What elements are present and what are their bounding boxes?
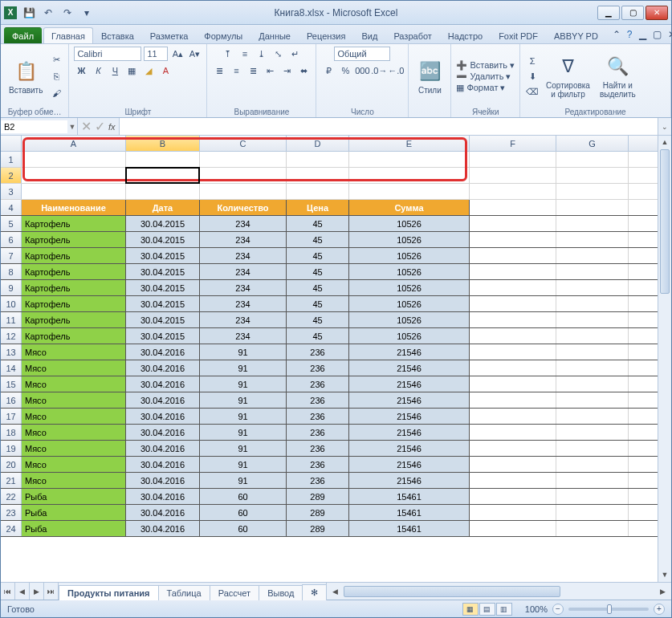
cell-data[interactable]: 234 [200, 232, 287, 247]
view-normal-icon[interactable]: ▦ [462, 603, 479, 616]
cell-data[interactable]: 236 [287, 344, 349, 360]
tab-review[interactable]: Рецензия [299, 27, 354, 43]
formula-expand-icon[interactable]: ⌄ [658, 118, 671, 135]
cell-empty[interactable] [556, 473, 629, 488]
cell-empty[interactable] [556, 312, 629, 327]
cell-name[interactable]: Картофель [22, 264, 126, 279]
cell-data[interactable]: 21546 [349, 473, 470, 488]
sheet-tab-3[interactable]: Вывод [259, 585, 303, 600]
row-header-22[interactable]: 22 [1, 489, 22, 504]
cell-empty[interactable] [470, 232, 556, 247]
percent-icon[interactable]: % [338, 63, 352, 78]
cell-D3[interactable] [287, 184, 349, 199]
cell-data[interactable]: 45 [287, 248, 349, 263]
tab-abbyy[interactable]: ABBYY PD [546, 27, 606, 43]
cell-data[interactable]: 15461 [349, 505, 470, 520]
cell-empty[interactable] [470, 505, 556, 520]
cell-name[interactable]: Мясо [22, 457, 126, 472]
header-cell-4[interactable]: Сумма [349, 200, 470, 215]
cell-empty[interactable] [556, 409, 629, 424]
sheet-first-icon[interactable]: ⏮ [1, 583, 15, 600]
sheet-next-icon[interactable]: ▶ [30, 583, 44, 600]
cells-insert-button[interactable]: ➕Вставить▾ [456, 60, 515, 71]
view-pagebreak-icon[interactable]: ▥ [496, 603, 512, 616]
cell-data[interactable]: 236 [287, 360, 349, 376]
cell-data[interactable]: 60 [200, 505, 287, 520]
cell-data[interactable]: 236 [287, 457, 349, 472]
cell-E2[interactable] [349, 168, 470, 183]
row-header-23[interactable]: 23 [1, 505, 22, 520]
cell-data[interactable]: 30.04.2016 [126, 473, 200, 488]
formula-input[interactable] [120, 118, 658, 135]
fill-color-icon[interactable]: ◢ [141, 63, 156, 78]
col-header-b[interactable]: B [126, 136, 200, 151]
cell-B1[interactable] [126, 152, 200, 167]
cell-data[interactable]: 30.04.2016 [126, 505, 200, 520]
cell-data[interactable]: 91 [200, 360, 287, 376]
row-header-4[interactable]: 4 [1, 200, 22, 215]
cell-data[interactable]: 30.04.2015 [126, 312, 200, 327]
cell-name[interactable]: Мясо [22, 360, 126, 376]
format-painter-icon[interactable]: 🖌 [49, 86, 63, 100]
cell-data[interactable]: 91 [200, 344, 287, 360]
cell-G1[interactable] [556, 152, 629, 167]
cell-name[interactable]: Мясо [22, 392, 126, 408]
wrap-icon[interactable]: ↵ [288, 47, 303, 61]
cell-empty[interactable] [470, 489, 556, 504]
cell-empty[interactable] [470, 216, 556, 231]
cell-data[interactable]: 30.04.2015 [126, 264, 200, 279]
cell-empty[interactable] [470, 376, 556, 392]
row-header-12[interactable]: 12 [1, 328, 22, 344]
cell-empty[interactable] [556, 392, 629, 408]
tab-addins[interactable]: Надстро [440, 27, 491, 43]
view-layout-icon[interactable]: ▤ [479, 603, 495, 616]
cell-F1[interactable] [470, 152, 556, 167]
cancel-formula-icon[interactable]: ✕ [81, 119, 92, 134]
cell-data[interactable]: 21546 [349, 392, 470, 408]
tab-view[interactable]: Вид [353, 27, 385, 43]
cell-data[interactable]: 30.04.2016 [126, 425, 200, 440]
cell-name[interactable]: Картофель [22, 216, 126, 231]
cell-empty[interactable] [470, 264, 556, 279]
hscroll-left-icon[interactable]: ◀ [328, 588, 342, 596]
cell-data[interactable]: 60 [200, 489, 287, 504]
increase-font-icon[interactable]: A▴ [170, 47, 185, 61]
sheet-prev-icon[interactable]: ◀ [15, 583, 30, 600]
cell-data[interactable]: 30.04.2016 [126, 521, 200, 536]
cell-name[interactable]: Рыба [22, 521, 126, 536]
autosum-icon[interactable]: Σ [525, 54, 540, 68]
header-cell-3[interactable]: Цена [287, 200, 349, 215]
zoom-value[interactable]: 100% [525, 604, 548, 614]
cell-F2[interactable] [470, 168, 556, 183]
cell-data[interactable]: 30.04.2016 [126, 392, 200, 408]
redo-icon[interactable]: ↷ [60, 6, 75, 20]
row-header-13[interactable]: 13 [1, 344, 22, 360]
cell-C3[interactable] [200, 184, 287, 199]
decrease-font-icon[interactable]: A▾ [187, 47, 202, 61]
cell-data[interactable]: 234 [200, 280, 287, 295]
cell-A2[interactable] [22, 168, 126, 183]
name-box-input[interactable] [1, 120, 67, 133]
cell-empty[interactable] [470, 296, 556, 311]
cell-empty[interactable] [556, 248, 629, 263]
font-size-combo[interactable]: 11 [144, 47, 168, 61]
cell-data[interactable]: 45 [287, 328, 349, 344]
cell-empty[interactable] [470, 344, 556, 360]
cell-data[interactable]: 21546 [349, 457, 470, 472]
cell-empty[interactable] [470, 328, 556, 344]
cell-G2[interactable] [556, 168, 629, 183]
cell-data[interactable]: 30.04.2016 [126, 457, 200, 472]
row-header-5[interactable]: 5 [1, 216, 22, 231]
cell-A3[interactable] [22, 184, 126, 199]
font-name-combo[interactable]: Calibri [74, 47, 141, 61]
save-icon[interactable]: 💾 [22, 6, 36, 20]
cell-data[interactable]: 21546 [349, 441, 470, 456]
cell-empty[interactable] [556, 505, 629, 520]
row-header-3[interactable]: 3 [1, 184, 22, 199]
cell-F3[interactable] [470, 184, 556, 199]
cell-data[interactable]: 236 [287, 392, 349, 408]
zoom-knob[interactable] [607, 604, 612, 614]
inc-decimal-icon[interactable]: .0→ [372, 63, 386, 78]
help-icon[interactable]: ? [627, 29, 633, 40]
cell-data[interactable]: 91 [200, 376, 287, 392]
